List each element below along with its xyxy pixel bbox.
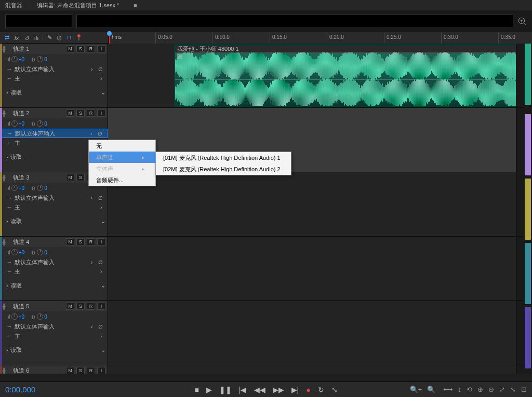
zoom-out-amp-icon[interactable]: ⤡ (510, 386, 516, 393)
track-output-row[interactable]: ← 主 › (0, 74, 108, 83)
clip-header[interactable]: 我爱他 - 王小师 48000 1 (175, 45, 520, 52)
track-automation-row[interactable]: › 读取 ⌄ (0, 345, 108, 355)
volume-knob[interactable] (11, 249, 18, 255)
tool-clock-icon[interactable]: ◷ (56, 34, 63, 42)
track-input-row[interactable]: → 默认立体声输入 › ∅ (0, 257, 108, 267)
tab-editor[interactable]: 编辑器: 未命名混音项目 1.sesx * (35, 1, 121, 10)
track-output-row[interactable]: ← 主 › (0, 267, 108, 276)
tool-edit-icon[interactable]: ✎ (46, 34, 53, 42)
pan-knob[interactable] (37, 120, 43, 127)
nav-segment[interactable] (525, 243, 531, 304)
track-output-row[interactable]: ← 主 › (0, 202, 108, 212)
submenu-item-01m[interactable]: [01M] 麦克风 (Realtek High Definition Audio… (156, 152, 291, 163)
volume-value[interactable]: +0 (19, 250, 24, 255)
playhead[interactable] (109, 32, 110, 44)
solo-button[interactable]: S (76, 238, 85, 245)
timeline-ruler[interactable]: hms 0:05.0 0:10.0 0:15.0 0:20.0 0:25.0 0… (108, 32, 532, 44)
track-name[interactable]: 轨道 2 (8, 109, 64, 117)
zoom-out-icon[interactable]: 🔍- (427, 386, 437, 393)
tab-menu-icon[interactable]: ≡ (131, 1, 139, 9)
volume-knob[interactable] (11, 185, 18, 191)
pause-button[interactable]: ❚❚ (219, 386, 232, 394)
ctx-item-mono[interactable]: 单声道 ▸ (89, 152, 155, 163)
zoom-in-icon[interactable]: 🔍+ (410, 386, 422, 393)
track-name[interactable]: 轨道 6 (8, 367, 64, 374)
pan-value[interactable]: 0 (44, 314, 47, 320)
loop-button[interactable]: ↻ (318, 386, 324, 394)
tool-snap-icon[interactable]: ⊓ (65, 34, 73, 42)
rewind-button[interactable]: ◀◀ (254, 386, 265, 394)
record-arm-button[interactable]: R (87, 45, 95, 52)
pan-value[interactable]: 0 (44, 185, 47, 191)
skip-start-button[interactable]: |◀ (239, 386, 247, 394)
pan-knob[interactable] (37, 249, 43, 255)
zoom-in-v-icon[interactable]: ⊕ (477, 386, 483, 393)
track-lane[interactable] (108, 301, 523, 365)
track-input-row[interactable]: → 默认立体声输入 › ∅ (0, 64, 108, 74)
ctx-item-hardware[interactable]: 音频硬件... (89, 174, 155, 186)
play-button[interactable]: ▶ (206, 386, 212, 394)
tool-fx-icon[interactable]: fx (13, 34, 20, 42)
tab-mixer[interactable]: 混音器 (3, 1, 24, 10)
track-automation-row[interactable]: › 读取 ⌄ (0, 280, 108, 291)
track-name[interactable]: 轨道 4 (8, 238, 64, 246)
submenu-item-02m[interactable]: [02M] 麦克风 (Realtek High Definition Audio… (156, 163, 291, 175)
track-lane[interactable] (108, 365, 523, 374)
zoom-all-icon[interactable]: ⊡ (521, 386, 527, 393)
mute-button[interactable]: M (66, 238, 74, 245)
timecode[interactable]: 0:00.000 (5, 385, 35, 394)
solo-button[interactable]: S (76, 109, 85, 117)
track-output-row[interactable]: ← 主 › (0, 331, 108, 340)
record-arm-button[interactable]: R (87, 303, 95, 310)
track-automation-row[interactable]: › 读取 ⌄ (0, 87, 108, 98)
target-icon[interactable] (517, 17, 527, 26)
track-lane[interactable] (108, 172, 523, 237)
track-input-row[interactable]: → 默认立体声输入 › ∅ (0, 322, 108, 331)
nav-segment[interactable] (525, 179, 531, 240)
mute-button[interactable]: M (66, 174, 74, 181)
route-icon[interactable]: ∅ (98, 66, 105, 72)
track-input-row[interactable]: → 默认立体声输入 › ∅ (0, 129, 108, 138)
volume-knob[interactable] (11, 56, 18, 62)
skip-silence-button[interactable]: ⤡ (331, 386, 338, 394)
zoom-sel-icon[interactable]: ⟲ (467, 386, 472, 393)
zoom-out-v-icon[interactable]: ⊖ (488, 386, 494, 393)
audio-clip[interactable]: 我爱他 - 王小师 48000 1 (175, 45, 520, 106)
input-monitor-button[interactable]: I (97, 45, 105, 52)
volume-value[interactable]: +0 (19, 314, 24, 320)
input-monitor-button[interactable]: I (97, 109, 105, 117)
zoom-fit-h-icon[interactable]: ⟷ (443, 386, 453, 393)
ctx-item-stereo[interactable]: 立体声 ▸ (89, 163, 155, 174)
pan-knob[interactable] (37, 56, 43, 62)
stop-button[interactable]: ■ (194, 386, 198, 394)
solo-button[interactable]: S (76, 367, 85, 374)
ctx-item-none[interactable]: 无 (89, 140, 155, 152)
mute-button[interactable]: M (66, 109, 74, 117)
nav-segment[interactable] (525, 44, 531, 105)
route-icon[interactable]: ∅ (98, 131, 105, 136)
volume-knob[interactable] (11, 120, 18, 127)
record-arm-button[interactable]: R (87, 109, 95, 117)
mute-button[interactable]: M (66, 367, 74, 374)
track-name[interactable]: 轨道 5 (8, 303, 64, 310)
nav-segment[interactable] (525, 307, 531, 368)
tool-eq-icon[interactable]: ılı (33, 34, 40, 42)
input-monitor-button[interactable]: I (97, 303, 105, 310)
pan-value[interactable]: 0 (44, 57, 47, 62)
track-input-row[interactable]: → 默认立体声输入 › ∅ (0, 193, 108, 202)
nav-segment[interactable] (525, 114, 531, 175)
mute-button[interactable]: M (66, 303, 74, 310)
tool-pin-icon[interactable]: 📍 (75, 34, 83, 42)
record-arm-button[interactable]: R (87, 238, 95, 245)
timeline-area[interactable]: 我爱他 - 王小师 48000 1 (108, 44, 532, 374)
input-monitor-button[interactable]: I (97, 238, 105, 245)
zoom-in-amp-icon[interactable]: ⤢ (499, 386, 505, 393)
track-name[interactable]: 轨道 3 (8, 174, 64, 182)
route-icon[interactable]: ∅ (98, 195, 105, 201)
playhead-grip-icon[interactable] (107, 31, 112, 36)
route-icon[interactable]: ∅ (98, 259, 105, 265)
volume-knob[interactable] (11, 313, 18, 320)
forward-button[interactable]: ▶▶ (273, 386, 284, 394)
record-arm-button[interactable]: R (87, 367, 95, 374)
volume-value[interactable]: +0 (19, 57, 24, 62)
